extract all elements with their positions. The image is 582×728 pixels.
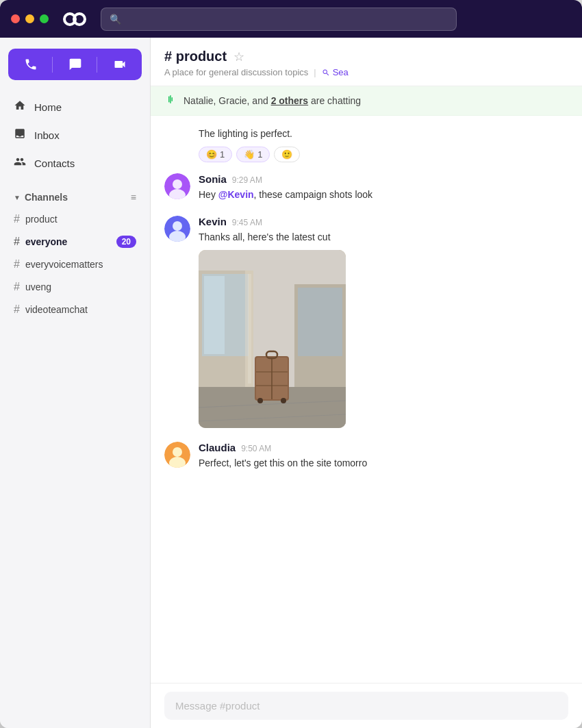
message-input-bar [151, 683, 582, 728]
maximize-button[interactable] [40, 14, 49, 23]
message-kevin: Kevin 9:45 AM Thanks all, here's the lat… [164, 216, 568, 428]
channel-item-product[interactable]: # product [5, 208, 144, 230]
inbox-icon [14, 127, 26, 143]
chat-title-row: # product ☆ [164, 49, 568, 64]
channels-list: # product # everyone 20 # everyvoicematt… [0, 208, 150, 321]
reaction-wave[interactable]: 👋 1 [236, 147, 270, 162]
nav-items: Home Inbox Contact [0, 94, 150, 177]
channel-item-everyone-label: everyone [25, 236, 67, 247]
message-input-wrap [164, 692, 568, 720]
reaction-wave-count: 1 [257, 149, 262, 160]
live-suffix: are chatting [308, 95, 361, 106]
search-icon: 🔍 [110, 14, 121, 25]
time-kevin: 9:45 AM [232, 218, 262, 227]
home-icon [14, 99, 26, 115]
reactions-lighting: 😊 1 👋 1 🙂 [199, 147, 568, 162]
channel-item-everyvoicematters-label: everyvoicematters [25, 259, 103, 270]
channels-collapse-icon[interactable]: ▼ [14, 194, 21, 201]
title-bar: 🔍 [0, 0, 582, 38]
channel-item-everyvoicematters[interactable]: # everyvoicematters [5, 253, 144, 275]
author-sonia: Sonia [199, 173, 227, 185]
svg-rect-15 [204, 276, 225, 354]
traffic-lights [11, 14, 49, 23]
channel-item-everyone[interactable]: # everyone 20 [5, 231, 144, 253]
sidebar-item-inbox[interactable]: Inbox [5, 122, 144, 149]
svg-point-31 [173, 447, 182, 457]
star-icon[interactable]: ☆ [233, 49, 244, 64]
message-input[interactable] [175, 700, 557, 712]
sidebar-item-home[interactable]: Home [5, 94, 144, 121]
channel-hash-icon: # [14, 213, 20, 225]
main-content: Home Inbox Contact [0, 38, 582, 728]
author-claudia: Claudia [199, 442, 236, 453]
sidebar-item-contacts[interactable]: Contacts [5, 150, 144, 177]
author-kevin: Kevin [199, 216, 227, 227]
app-logo [62, 10, 87, 29]
search-bar[interactable]: 🔍 [101, 8, 457, 31]
reaction-smile-count: 1 [220, 149, 225, 160]
sidebar: Home Inbox Contact [0, 38, 151, 728]
contacts-icon [14, 155, 26, 171]
message-lighting-text: The lighting is perfect. [199, 127, 568, 141]
svg-rect-29 [248, 274, 251, 384]
chat-subtitle: A place for general discussion topics | … [164, 67, 568, 77]
channel-item-videoteamchat-label: videoteamchat [25, 304, 88, 315]
chat-channel-name: # product [164, 49, 227, 64]
svg-rect-4 [172, 97, 173, 101]
chat-description: A place for general discussion topics [164, 67, 308, 77]
chat-button[interactable] [53, 49, 97, 80]
channel-item-uveng[interactable]: # uveng [5, 276, 144, 298]
reaction-add[interactable]: 🙂 [274, 147, 300, 162]
message-image-suitcase[interactable] [199, 250, 346, 428]
channel-hash-icon: # [14, 281, 20, 293]
svg-point-6 [173, 179, 182, 189]
action-buttons [8, 49, 142, 80]
svg-point-9 [173, 221, 182, 231]
message-lighting: The lighting is perfect. 😊 1 👋 1 🙂 [199, 127, 568, 162]
chat-header: # product ☆ A place for general discussi… [151, 38, 582, 86]
channel-item-product-label: product [25, 214, 58, 225]
svg-rect-2 [168, 97, 170, 103]
avatar-claudia [164, 442, 190, 468]
channel-hash-icon: # [14, 303, 20, 316]
live-bar: Natalie, Gracie, and 2 others are chatti… [151, 86, 582, 116]
avatar-sonia [164, 173, 190, 199]
messages-area: The lighting is perfect. 😊 1 👋 1 🙂 [151, 116, 582, 683]
message-claudia: Claudia 9:50 AM Perfect, let's get this … [164, 442, 568, 470]
channels-section-header: ▼ Channels ≡ [0, 188, 150, 208]
channel-item-uveng-label: uveng [25, 281, 51, 292]
channels-menu-icon[interactable]: ≡ [131, 192, 136, 203]
search-input[interactable] [127, 14, 448, 25]
live-others-link[interactable]: 2 others [271, 95, 308, 106]
channel-item-videoteamchat[interactable]: # videoteamchat [5, 299, 144, 321]
text-kevin: Thanks all, here's the latest cut [199, 230, 568, 244]
time-sonia: 9:29 AM [232, 175, 262, 185]
search-link-label: Sea [333, 67, 349, 77]
search-link[interactable]: Sea [322, 67, 349, 77]
text-sonia: Hey @Kevin, these campaign shots look [199, 188, 568, 202]
channel-hash-icon: # [14, 258, 20, 271]
time-claudia: 9:50 AM [241, 444, 271, 453]
sidebar-item-contacts-label: Contacts [34, 158, 75, 169]
text-claudia: Perfect, let's get this on the site tomo… [199, 456, 568, 470]
avatar-kevin [164, 216, 190, 242]
close-button[interactable] [11, 14, 20, 23]
message-sonia: Sonia 9:29 AM Hey @Kevin, these campaign… [164, 173, 568, 202]
svg-point-25 [281, 398, 286, 403]
svg-rect-16 [298, 288, 342, 356]
channels-section-label: Channels [25, 192, 68, 203]
app-window: 🔍 [0, 0, 582, 728]
reaction-smile[interactable]: 😊 1 [199, 147, 232, 162]
live-text: Natalie, Gracie, and 2 others are chatti… [184, 95, 361, 106]
channel-hash-icon: # [14, 236, 20, 248]
mention-kevin: @Kevin [218, 189, 254, 200]
svg-point-24 [257, 398, 263, 403]
live-icon [164, 93, 177, 108]
video-button[interactable] [97, 49, 142, 80]
call-button[interactable] [8, 49, 53, 80]
sidebar-item-inbox-label: Inbox [34, 129, 60, 141]
minimize-button[interactable] [25, 14, 34, 23]
svg-rect-3 [170, 95, 171, 103]
channel-badge-everyone: 20 [116, 236, 136, 248]
chat-area: # product ☆ A place for general discussi… [151, 38, 582, 728]
